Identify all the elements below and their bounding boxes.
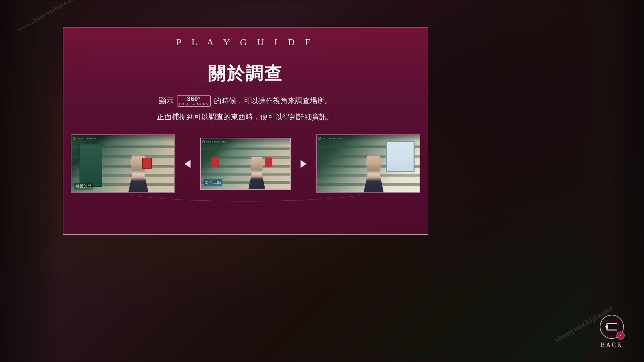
x-indicator: × (620, 334, 622, 338)
screenshot-left-content: FREE CAMERA 老舊的門 (71, 135, 174, 192)
screenshot-center: FREE CAMERA 老舊桌助 (200, 138, 291, 190)
subtitle-text: 關於調查 (208, 64, 283, 83)
description-line-2: 正面捕捉到可以調查的東西時，便可以得到詳細資訊。 (84, 110, 408, 124)
hud-dot (73, 137, 75, 140)
screenshot-center-content: FREE CAMERA 老舊桌助 (201, 138, 290, 189)
panel-subtitle: 關於調查 (63, 56, 428, 88)
hud-right: FREE CAMERA (317, 135, 420, 142)
camera-label: FREE CAMERA (179, 103, 208, 106)
camera-360-badge: 360° FREE CAMERA (177, 95, 210, 107)
hud-dot-center (202, 140, 205, 143)
screenshot-left-label: 老舊的門 (74, 183, 93, 190)
arrow-left-icon (184, 160, 191, 168)
arrow-left-button[interactable] (180, 157, 195, 171)
desc-suffix: 的時候，可以操作視角來調查場所。 (214, 94, 332, 108)
hud-dot-right (318, 137, 321, 140)
hud-left: FREE CAMERA (71, 135, 174, 142)
back-button[interactable]: × BACK (600, 315, 624, 349)
hud-center: FREE CAMERA (201, 138, 290, 145)
screenshot-right: FREE CAMERA (316, 134, 420, 193)
panel-description: 顯示 360° FREE CAMERA 的時候，可以操作視角來調查場所。 正面捕… (63, 88, 428, 124)
arrow-right-button[interactable] (296, 157, 311, 171)
screenshots-row: FREE CAMERA 老舊的門 (63, 134, 428, 193)
back-arrow-icon (606, 323, 617, 330)
bg-left-shelf (0, 0, 60, 362)
desc-line2-text: 正面捕捉到可以調查的東西時，便可以得到詳細資訊。 (157, 110, 334, 124)
back-circle: × (600, 315, 624, 339)
screenshot-left: FREE CAMERA 老舊的門 (71, 134, 175, 193)
x-badge: × (616, 331, 625, 340)
screenshot-right-content: FREE CAMERA (317, 135, 420, 192)
description-line-1: 顯示 360° FREE CAMERA 的時候，可以操作視角來調查場所。 (84, 94, 408, 108)
camera-degrees: 360° (187, 96, 201, 103)
main-dialog-panel: P L A Y G U I D E 關於調查 顯示 360° FREE CAME… (63, 27, 428, 235)
arrow-right-icon (301, 160, 307, 168)
screenshot-center-label: 老舊桌助 (204, 179, 222, 186)
back-label: BACK (601, 342, 623, 349)
panel-header: P L A Y G U I D E (63, 27, 428, 53)
desc-prefix: 顯示 (159, 94, 174, 108)
bg-right-shelf (577, 0, 644, 362)
play-guide-title: P L A Y G U I D E (176, 37, 315, 47)
